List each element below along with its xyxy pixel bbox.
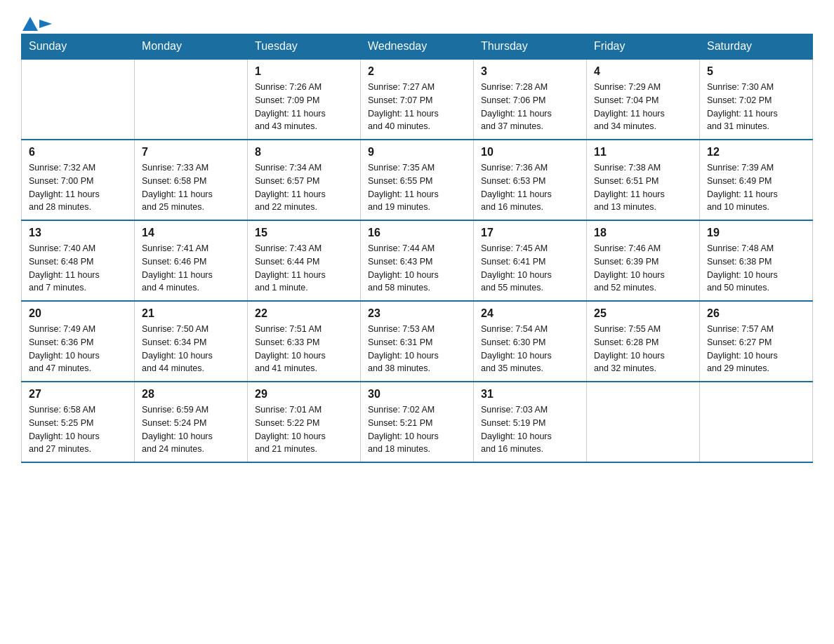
day-of-week-header: Wednesday: [361, 34, 474, 60]
calendar-cell: 2Sunrise: 7:27 AM Sunset: 7:07 PM Daylig…: [361, 59, 474, 140]
calendar-week-row: 1Sunrise: 7:26 AM Sunset: 7:09 PM Daylig…: [22, 59, 813, 140]
day-info: Sunrise: 7:49 AM Sunset: 6:36 PM Dayligh…: [29, 323, 127, 375]
day-info: Sunrise: 7:02 AM Sunset: 5:21 PM Dayligh…: [368, 403, 466, 456]
logo-arrow-icon: [39, 17, 52, 31]
day-info: Sunrise: 7:50 AM Sunset: 6:34 PM Dayligh…: [142, 323, 240, 375]
day-number: 17: [481, 227, 579, 239]
day-number: 23: [368, 307, 466, 320]
day-info: Sunrise: 7:48 AM Sunset: 6:38 PM Dayligh…: [707, 242, 805, 295]
day-info: Sunrise: 7:55 AM Sunset: 6:28 PM Dayligh…: [594, 323, 692, 375]
day-info: Sunrise: 6:59 AM Sunset: 5:24 PM Dayligh…: [142, 403, 240, 456]
day-info: Sunrise: 7:39 AM Sunset: 6:49 PM Dayligh…: [707, 161, 805, 214]
day-number: 20: [29, 307, 127, 320]
calendar-cell: [587, 382, 700, 462]
calendar-cell: 5Sunrise: 7:30 AM Sunset: 7:02 PM Daylig…: [700, 59, 813, 140]
day-number: 16: [368, 227, 466, 239]
day-of-week-header: Monday: [135, 34, 248, 60]
calendar-cell: 29Sunrise: 7:01 AM Sunset: 5:22 PM Dayli…: [248, 382, 361, 462]
calendar-cell: 28Sunrise: 6:59 AM Sunset: 5:24 PM Dayli…: [135, 382, 248, 462]
day-number: 7: [142, 146, 240, 159]
day-info: Sunrise: 7:35 AM Sunset: 6:55 PM Dayligh…: [368, 161, 466, 214]
day-info: Sunrise: 7:51 AM Sunset: 6:33 PM Dayligh…: [255, 323, 353, 375]
calendar-cell: 21Sunrise: 7:50 AM Sunset: 6:34 PM Dayli…: [135, 301, 248, 382]
day-of-week-header: Tuesday: [248, 34, 361, 60]
day-number: 29: [255, 388, 353, 401]
day-info: Sunrise: 7:03 AM Sunset: 5:19 PM Dayligh…: [481, 403, 579, 456]
day-info: Sunrise: 7:01 AM Sunset: 5:22 PM Dayligh…: [255, 403, 353, 456]
calendar-cell: 6Sunrise: 7:32 AM Sunset: 7:00 PM Daylig…: [22, 140, 135, 220]
day-info: Sunrise: 7:44 AM Sunset: 6:43 PM Dayligh…: [368, 242, 466, 295]
day-info: Sunrise: 7:38 AM Sunset: 6:51 PM Dayligh…: [594, 161, 692, 214]
calendar-header-row: SundayMondayTuesdayWednesdayThursdayFrid…: [22, 34, 813, 60]
day-info: Sunrise: 7:43 AM Sunset: 6:44 PM Dayligh…: [255, 242, 353, 295]
day-number: 21: [142, 307, 240, 320]
calendar-cell: 23Sunrise: 7:53 AM Sunset: 6:31 PM Dayli…: [361, 301, 474, 382]
day-info: Sunrise: 7:54 AM Sunset: 6:30 PM Dayligh…: [481, 323, 579, 375]
calendar-cell: 18Sunrise: 7:46 AM Sunset: 6:39 PM Dayli…: [587, 220, 700, 301]
calendar-cell: 16Sunrise: 7:44 AM Sunset: 6:43 PM Dayli…: [361, 220, 474, 301]
calendar-cell: 30Sunrise: 7:02 AM Sunset: 5:21 PM Dayli…: [361, 382, 474, 462]
calendar-table: SundayMondayTuesdayWednesdayThursdayFrid…: [21, 34, 813, 463]
calendar-week-row: 6Sunrise: 7:32 AM Sunset: 7:00 PM Daylig…: [22, 140, 813, 220]
calendar-cell: 19Sunrise: 7:48 AM Sunset: 6:38 PM Dayli…: [700, 220, 813, 301]
day-of-week-header: Friday: [587, 34, 700, 60]
day-number: 1: [255, 65, 353, 78]
day-number: 8: [255, 146, 353, 159]
day-of-week-header: Sunday: [22, 34, 135, 60]
day-number: 2: [368, 65, 466, 78]
day-number: 31: [481, 388, 579, 401]
calendar-cell: 11Sunrise: 7:38 AM Sunset: 6:51 PM Dayli…: [587, 140, 700, 220]
calendar-cell: 10Sunrise: 7:36 AM Sunset: 6:53 PM Dayli…: [474, 140, 587, 220]
logo: [21, 17, 52, 29]
calendar-cell: 8Sunrise: 7:34 AM Sunset: 6:57 PM Daylig…: [248, 140, 361, 220]
calendar-cell: 1Sunrise: 7:26 AM Sunset: 7:09 PM Daylig…: [248, 59, 361, 140]
day-info: Sunrise: 7:57 AM Sunset: 6:27 PM Dayligh…: [707, 323, 805, 375]
day-number: 6: [29, 146, 127, 159]
day-number: 30: [368, 388, 466, 401]
calendar-week-row: 27Sunrise: 6:58 AM Sunset: 5:25 PM Dayli…: [22, 382, 813, 462]
day-info: Sunrise: 7:30 AM Sunset: 7:02 PM Dayligh…: [707, 81, 805, 133]
day-number: 18: [594, 227, 692, 239]
calendar-cell: 27Sunrise: 6:58 AM Sunset: 5:25 PM Dayli…: [22, 382, 135, 462]
calendar-cell: 14Sunrise: 7:41 AM Sunset: 6:46 PM Dayli…: [135, 220, 248, 301]
day-number: 27: [29, 388, 127, 401]
calendar-cell: 3Sunrise: 7:28 AM Sunset: 7:06 PM Daylig…: [474, 59, 587, 140]
day-info: Sunrise: 6:58 AM Sunset: 5:25 PM Dayligh…: [29, 403, 127, 456]
calendar-cell: 9Sunrise: 7:35 AM Sunset: 6:55 PM Daylig…: [361, 140, 474, 220]
page-header: [21, 17, 813, 29]
day-number: 19: [707, 227, 805, 239]
day-number: 4: [594, 65, 692, 78]
day-info: Sunrise: 7:45 AM Sunset: 6:41 PM Dayligh…: [481, 242, 579, 295]
day-info: Sunrise: 7:41 AM Sunset: 6:46 PM Dayligh…: [142, 242, 240, 295]
calendar-cell: 31Sunrise: 7:03 AM Sunset: 5:19 PM Dayli…: [474, 382, 587, 462]
day-info: Sunrise: 7:36 AM Sunset: 6:53 PM Dayligh…: [481, 161, 579, 214]
day-info: Sunrise: 7:34 AM Sunset: 6:57 PM Dayligh…: [255, 161, 353, 214]
day-info: Sunrise: 7:29 AM Sunset: 7:04 PM Dayligh…: [594, 81, 692, 133]
day-number: 25: [594, 307, 692, 320]
day-info: Sunrise: 7:32 AM Sunset: 7:00 PM Dayligh…: [29, 161, 127, 214]
day-of-week-header: Saturday: [700, 34, 813, 60]
day-number: 12: [707, 146, 805, 159]
calendar-cell: 12Sunrise: 7:39 AM Sunset: 6:49 PM Dayli…: [700, 140, 813, 220]
calendar-week-row: 13Sunrise: 7:40 AM Sunset: 6:48 PM Dayli…: [22, 220, 813, 301]
calendar-cell: 26Sunrise: 7:57 AM Sunset: 6:27 PM Dayli…: [700, 301, 813, 382]
svg-marker-1: [39, 20, 52, 28]
day-number: 11: [594, 146, 692, 159]
day-info: Sunrise: 7:40 AM Sunset: 6:48 PM Dayligh…: [29, 242, 127, 295]
day-info: Sunrise: 7:26 AM Sunset: 7:09 PM Dayligh…: [255, 81, 353, 133]
logo-triangle-icon: [22, 17, 38, 31]
day-number: 22: [255, 307, 353, 320]
day-of-week-header: Thursday: [474, 34, 587, 60]
day-info: Sunrise: 7:28 AM Sunset: 7:06 PM Dayligh…: [481, 81, 579, 133]
day-number: 13: [29, 227, 127, 239]
day-number: 5: [707, 65, 805, 78]
day-info: Sunrise: 7:27 AM Sunset: 7:07 PM Dayligh…: [368, 81, 466, 133]
calendar-cell: 22Sunrise: 7:51 AM Sunset: 6:33 PM Dayli…: [248, 301, 361, 382]
calendar-cell: 4Sunrise: 7:29 AM Sunset: 7:04 PM Daylig…: [587, 59, 700, 140]
day-number: 26: [707, 307, 805, 320]
calendar-cell: [700, 382, 813, 462]
day-number: 24: [481, 307, 579, 320]
calendar-cell: 15Sunrise: 7:43 AM Sunset: 6:44 PM Dayli…: [248, 220, 361, 301]
day-number: 10: [481, 146, 579, 159]
calendar-week-row: 20Sunrise: 7:49 AM Sunset: 6:36 PM Dayli…: [22, 301, 813, 382]
